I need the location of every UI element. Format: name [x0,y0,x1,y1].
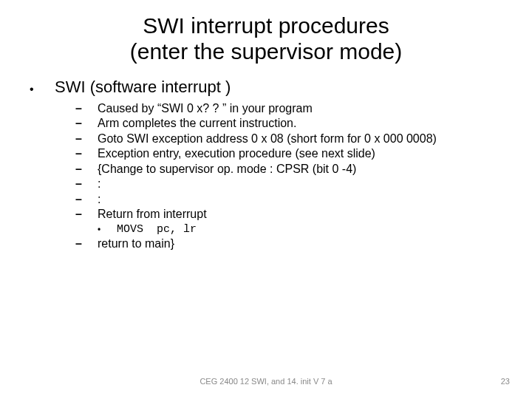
item-text: : [98,177,100,191]
list-item: – : [75,192,502,207]
title-line-1: SWI interrupt procedures [143,13,389,38]
list-item: – return to main} [75,236,502,251]
title-line-2: (enter the supervisor mode) [130,39,403,64]
list-item: – {Change to supervisor op. mode : CPSR … [75,162,502,177]
bullet-dot-icon: • [30,83,55,96]
dash-icon: – [75,207,98,222]
sub-list-item: • MOVS pc, lr [75,222,502,237]
list-item: – Caused by “SWI 0 x? ? ” in your progra… [75,101,502,116]
dash-icon: – [75,146,98,161]
item-text: Arm completes the current instruction. [98,116,296,131]
item-text: Caused by “SWI 0 x? ? ” in your program [98,101,313,116]
item-text: : [98,192,100,207]
item-text: Goto SWI exception address 0 x 08 (short… [98,132,437,146]
slide-title: SWI interrupt procedures (enter the supe… [0,0,532,64]
list-item: – Exception entry, execution procedure (… [75,146,502,161]
slide-body: • SWI (software interrupt ) – Caused by … [0,64,532,252]
dash-icon: – [75,192,98,207]
slide: SWI interrupt procedures (enter the supe… [0,0,532,399]
footer-center: CEG 2400 12 SWI, and 14. init V 7 a [0,377,532,386]
page-number: 23 [501,377,510,386]
sub-item-text: MOVS pc, lr [117,222,197,237]
list-item: – Return from interrupt [75,207,502,222]
dash-icon: – [75,101,98,116]
item-text: return to main} [98,236,174,251]
dash-icon: – [75,132,98,146]
list-item: – : [75,177,502,191]
bullet-dot-icon: • [98,225,117,236]
sub-list: – Caused by “SWI 0 x? ? ” in your progra… [30,101,502,252]
list-item: – Arm completes the current instruction. [75,116,502,131]
dash-icon: – [75,177,98,191]
lvl1-text: SWI (software interrupt ) [55,78,231,97]
item-text: Return from interrupt [98,207,207,222]
item-text: Exception entry, execution procedure (se… [98,146,375,161]
item-text: {Change to supervisor op. mode : CPSR (b… [98,162,356,177]
list-item: – Goto SWI exception address 0 x 08 (sho… [75,132,502,146]
dash-icon: – [75,116,98,131]
dash-icon: – [75,236,98,251]
bullet-level-1: • SWI (software interrupt ) [30,78,502,97]
dash-icon: – [75,162,98,177]
